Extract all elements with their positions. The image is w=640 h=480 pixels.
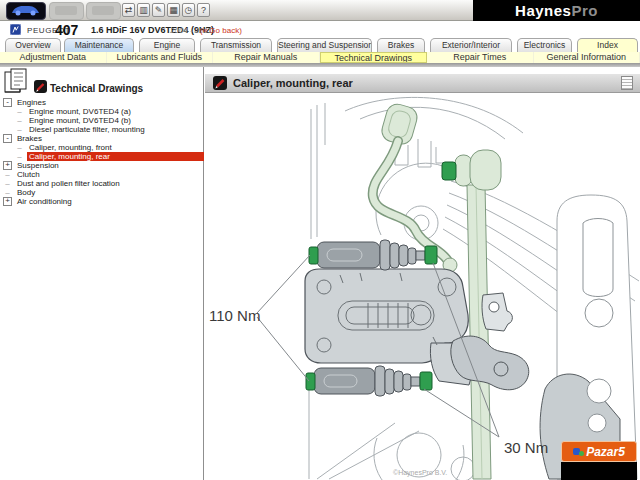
tab-engine[interactable]: Engine [139, 38, 195, 52]
copyright-text: ©HaynesPro B.V. [393, 469, 447, 476]
drawing-icon[interactable]: ✎ [152, 3, 165, 17]
tree-label: Air conditioning [15, 197, 74, 206]
tree-item-brakes[interactable]: -Brakes [0, 134, 204, 143]
content-header: Caliper, mounting, rear [205, 73, 640, 93]
disabled-label [55, 6, 77, 15]
expand-icon[interactable]: + [3, 197, 12, 206]
tree-dash: – [15, 107, 24, 116]
vehicle-select-button[interactable] [6, 2, 46, 20]
tree-item-air-conditioning[interactable]: +Air conditioning [0, 197, 204, 206]
peugeot-logo-icon [10, 24, 21, 35]
tree-label: Clutch [15, 170, 42, 179]
tab-electronics[interactable]: Electronics [517, 38, 572, 52]
pazar5-icon-dot [579, 451, 584, 456]
vehicle-info-bar: PEUGEOT 407 1.6 HDiF 16V DV6TED4 (9HZ) 2… [0, 21, 640, 38]
pazar5-watermark: Pazar5 [561, 441, 637, 462]
logo-pro: Pro [571, 2, 598, 19]
tree-label: Engines [15, 98, 48, 107]
tree-item-body[interactable]: –Body [0, 188, 204, 197]
tree-dash: – [15, 152, 24, 161]
tree-label-selected: Caliper, mounting, rear [27, 152, 204, 161]
tab-steering-and-suspension[interactable]: Steering and Suspension [277, 38, 372, 52]
technical-drawing-caliper-rear: 110 Nm 30 Nm [205, 93, 640, 480]
subtab-adjustment-data[interactable]: Adjustment Data [0, 52, 107, 63]
tree-item-diesel-particulate-filter[interactable]: –Diesel particulate filter, mounting [0, 125, 204, 134]
tab-overview[interactable]: Overview [5, 38, 61, 52]
subtab-lubricants-and-fluids[interactable]: Lubricants and Fluids [107, 52, 214, 63]
tree-item-engine-mount-a[interactable]: –Engine mount, DV6TED4 (a) [0, 107, 204, 116]
tree-item-suspension[interactable]: +Suspension [0, 161, 204, 170]
tree-item-engine-mount-b[interactable]: –Engine mount, DV6TED4 (b) [0, 116, 204, 125]
tree-label: Suspension [15, 161, 61, 170]
vehicle-model: 407 [55, 22, 78, 38]
tree-dash: – [15, 116, 24, 125]
tab-transmission[interactable]: Transmission [200, 38, 272, 52]
collapse-icon[interactable]: - [3, 98, 12, 107]
technical-drawings-icon [34, 80, 47, 93]
tab-exterior-interior[interactable]: Exterior/Interior [430, 38, 512, 52]
tree-label: Caliper, mounting, front [27, 143, 114, 152]
clock-icon[interactable]: ◷ [182, 3, 195, 17]
sub-tab-bar: Adjustment Data Lubricants and Fluids Re… [0, 52, 640, 63]
disabled-label [92, 6, 114, 15]
watermark-black-box [561, 462, 637, 480]
tab-maintenance[interactable]: Maintenance [64, 38, 134, 52]
torque-label-110nm: 110 Nm [209, 307, 260, 324]
sidebar-title: Technical Drawings [50, 83, 143, 94]
documents-icon [3, 68, 30, 95]
subtab-repair-times[interactable]: Repair Times [427, 52, 534, 63]
tree-label: Brakes [15, 134, 44, 143]
tree-label: Engine mount, DV6TED4 (a) [27, 107, 133, 116]
logo-haynes: Haynes [515, 2, 571, 19]
tree-item-engines[interactable]: -Engines [0, 98, 204, 107]
drawing-icon [213, 76, 227, 90]
collapse-icon[interactable]: - [3, 134, 12, 143]
top-toolbar: ⇄ ▥ ✎ ▦ ◷ ? HaynesPro [0, 0, 640, 21]
tree-label: Dust and pollen filter location [15, 179, 122, 188]
tree-dash: – [15, 125, 24, 134]
tree-label: Diesel particulate filter, mounting [27, 125, 147, 134]
go-back-link[interactable]: (« Go back) [200, 26, 242, 35]
drawings-tree: -Engines –Engine mount, DV6TED4 (a) –Eng… [0, 98, 204, 206]
tree-label: Engine mount, DV6TED4 (b) [27, 116, 133, 125]
compare-icon[interactable]: ⇄ [122, 3, 135, 17]
main-tab-bar: Overview Maintenance Engine Transmission… [0, 38, 640, 52]
car-icon [7, 3, 43, 17]
tree-item-dust-pollen-filter[interactable]: –Dust and pollen filter location [0, 179, 204, 188]
subtab-technical-drawings[interactable]: Technical Drawings [320, 52, 428, 63]
subtab-repair-manuals[interactable]: Repair Manuals [213, 52, 320, 63]
subtab-general-information[interactable]: General Information [534, 52, 640, 63]
page-title: Caliper, mounting, rear [233, 77, 353, 89]
tree-dash: – [15, 143, 24, 152]
calculator-icon[interactable]: ▦ [167, 3, 180, 17]
tree-item-caliper-mounting-rear[interactable]: –Caliper, mounting, rear [0, 152, 204, 161]
sidebar: Technical Drawings -Engines –Engine moun… [0, 67, 204, 480]
tree-item-caliper-mounting-front[interactable]: –Caliper, mounting, front [0, 143, 204, 152]
tree-label: Body [15, 188, 37, 197]
tree-dash: – [3, 170, 12, 179]
pazar5-text: Pazar5 [586, 445, 625, 459]
tree-item-clutch[interactable]: –Clutch [0, 170, 204, 179]
tree-dash: – [3, 179, 12, 188]
expand-icon[interactable]: + [3, 161, 12, 170]
disabled-module-button-1 [49, 2, 84, 20]
document-icon[interactable]: ▥ [137, 3, 150, 17]
disabled-module-button-2 [86, 2, 121, 20]
haynespro-logo: HaynesPro [473, 0, 640, 21]
tab-brakes[interactable]: Brakes [377, 38, 425, 52]
help-icon[interactable]: ? [197, 3, 210, 17]
torque-label-30nm: 30 Nm [504, 439, 548, 456]
print-button[interactable] [621, 76, 633, 90]
tab-index[interactable]: Index [577, 38, 638, 52]
